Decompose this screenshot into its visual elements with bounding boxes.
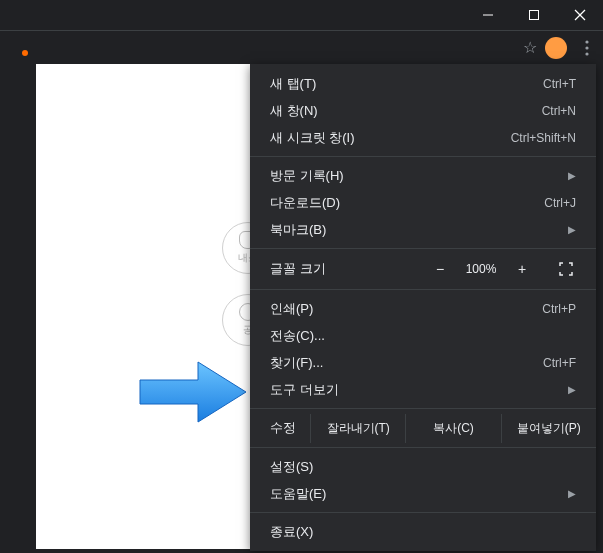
menu-item-exit[interactable]: 종료(X) [250,518,596,545]
chevron-right-icon: ▶ [568,488,576,499]
menu-item-more-tools[interactable]: 도구 더보기 ▶ [250,376,596,403]
bookmark-star-icon[interactable]: ☆ [523,38,537,57]
shortcut-label: Ctrl+N [542,104,576,118]
edit-paste-button[interactable]: 붙여넣기(P) [502,414,596,443]
menu-separator [250,156,596,157]
zoom-in-button[interactable]: + [504,261,540,277]
chevron-right-icon: ▶ [568,384,576,395]
svg-point-5 [585,46,588,49]
menu-item-new-window[interactable]: 새 창(N) Ctrl+N [250,97,596,124]
browser-toolbar: ☆ [0,30,603,64]
menu-item-downloads[interactable]: 다운로드(D) Ctrl+J [250,189,596,216]
menu-item-settings[interactable]: 설정(S) [250,453,596,480]
zoom-value: 100% [458,262,504,276]
menu-item-help[interactable]: 도움말(E) ▶ [250,480,596,507]
shortcut-label: Ctrl+F [543,356,576,370]
chevron-right-icon: ▶ [568,224,576,235]
menu-separator [250,248,596,249]
menu-item-cast[interactable]: 전송(C)... [250,322,596,349]
fullscreen-icon [559,262,573,276]
menu-separator [250,447,596,448]
svg-rect-1 [530,11,539,20]
window-maximize-button[interactable] [511,0,557,30]
menu-item-edit: 수정 잘라내기(T) 복사(C) 붙여넣기(P) [250,414,596,442]
window-close-button[interactable] [557,0,603,30]
menu-item-print[interactable]: 인쇄(P) Ctrl+P [250,295,596,322]
menu-item-new-tab[interactable]: 새 탭(T) Ctrl+T [250,70,596,97]
shortcut-label: Ctrl+Shift+N [511,131,576,145]
shortcut-label: Ctrl+J [544,196,576,210]
fullscreen-button[interactable] [548,262,584,276]
zoom-label: 글꼴 크기 [250,260,400,278]
edit-label: 수정 [250,419,310,437]
chevron-right-icon: ▶ [568,170,576,181]
window-titlebar [0,0,603,30]
zoom-out-button[interactable]: − [422,261,458,277]
menu-separator [250,408,596,409]
shortcut-label: Ctrl+P [542,302,576,316]
menu-item-new-incognito[interactable]: 새 시크릿 창(I) Ctrl+Shift+N [250,124,596,151]
svg-point-4 [585,40,588,43]
shortcut-label: Ctrl+T [543,77,576,91]
tab-favicon [22,50,28,56]
chrome-main-menu: 새 탭(T) Ctrl+T 새 창(N) Ctrl+N 새 시크릿 창(I) C… [250,64,596,551]
menu-separator [250,512,596,513]
edit-cut-button[interactable]: 잘라내기(T) [311,414,406,443]
menu-item-bookmarks[interactable]: 북마크(B) ▶ [250,216,596,243]
window-minimize-button[interactable] [465,0,511,30]
profile-avatar[interactable] [545,37,567,59]
menu-item-history[interactable]: 방문 기록(H) ▶ [250,162,596,189]
kebab-menu-button[interactable] [575,36,599,60]
svg-point-6 [585,52,588,55]
menu-item-zoom: 글꼴 크기 − 100% + [250,254,596,284]
edit-copy-button[interactable]: 복사(C) [406,414,501,443]
menu-item-find[interactable]: 찾기(F)... Ctrl+F [250,349,596,376]
menu-separator [250,289,596,290]
